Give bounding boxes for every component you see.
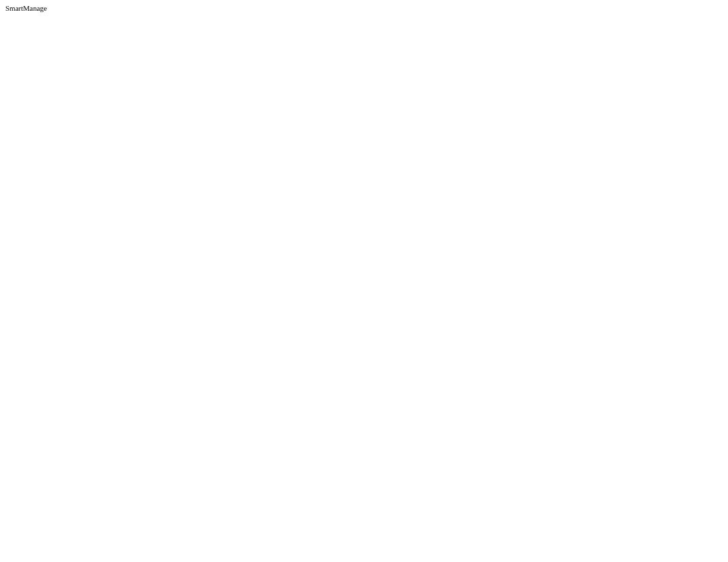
page-header-link[interactable]: SmartManage [0, 0, 728, 16]
